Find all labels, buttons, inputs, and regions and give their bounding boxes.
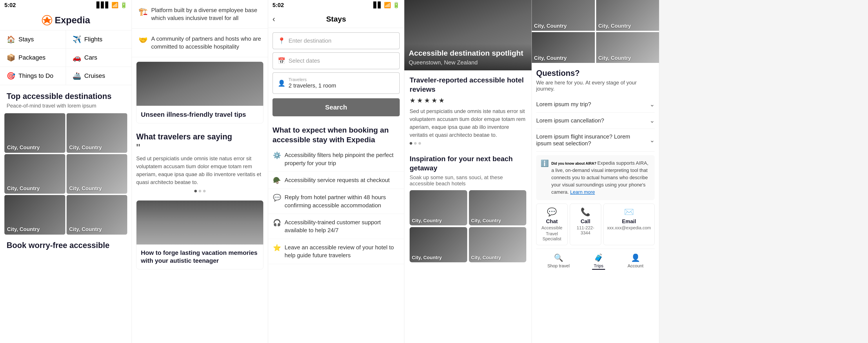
chevron-down-icon-1: ⌄ [650, 101, 655, 108]
info-text-1: Platform built by a diverse employee bas… [151, 6, 261, 22]
expedia-logo-text: Expedia [55, 15, 90, 26]
top-dest-4[interactable]: City, Country [596, 32, 659, 63]
aira-learn-more-link[interactable]: Learn more [570, 189, 595, 195]
beach-card-2[interactable]: City, Country [469, 190, 527, 225]
contact-email[interactable]: ✉️ Email xxx.xxx@expedia.com [603, 204, 655, 245]
dest-card-4[interactable]: City, Country [67, 154, 127, 194]
nav-cruises[interactable]: 🚢 Cruises [66, 67, 132, 85]
aira-banner: ℹ️ Did you know about AIRA? Expedia supp… [536, 155, 655, 200]
questions-subtitle: We are here for you. At every stage of y… [536, 80, 655, 92]
cars-icon: 🚗 [72, 53, 81, 62]
panel-questions: City, Country City, Country City, Countr… [532, 0, 659, 343]
review-dot-2[interactable] [414, 142, 416, 145]
dest-card-3[interactable]: City, Country [4, 154, 65, 194]
nav-cars[interactable]: 🚗 Cars [66, 49, 132, 67]
review-dot-3[interactable] [418, 142, 421, 145]
star-4: ★ [431, 96, 437, 104]
spotlight-hero: Accessible destination spotlight Queenst… [404, 0, 532, 70]
stays-icon: 🏠 [7, 35, 16, 44]
reply-icon: 💬 [273, 194, 281, 201]
nav-things[interactable]: 🎯 Things to Do [0, 67, 66, 85]
faq-item-2[interactable]: Lorem ipsum cancellation? ⌄ [536, 113, 655, 129]
panel-expedia-main: 5:02 ▋▋▋ 📶 🔋 Expedia 🏠 Stays ✈️ Flights … [0, 0, 132, 343]
article-card-2[interactable]: How to forge lasting vacation memories w… [136, 200, 264, 269]
time-display-3: 5:02 [273, 2, 284, 8]
review-text: Sed ut perspiciatis unde omnis iste natu… [410, 107, 526, 139]
article-title-2: How to forge lasting vacation memories w… [136, 245, 263, 269]
destination-field[interactable]: 📍 Enter destination [273, 32, 400, 49]
testimonial-dots [136, 186, 264, 196]
dest-card-5[interactable]: City, Country [4, 195, 65, 235]
dot-3[interactable] [203, 190, 206, 192]
beach-card-1[interactable]: City, Country [410, 190, 467, 225]
dot-2[interactable] [199, 190, 201, 192]
destination-placeholder: Enter destination [288, 37, 331, 44]
cruises-icon: 🚢 [72, 72, 81, 80]
dates-field[interactable]: 📅 Select dates [273, 52, 400, 69]
beach-subtitle: Soak up some sun, sans souci, at these a… [410, 174, 526, 187]
status-icons: ▋▋▋ 📶 🔋 [96, 2, 127, 8]
bottom-nav-trips-label: Trips [594, 263, 603, 268]
stays-header-title: Stays [326, 15, 346, 23]
panel-info: 🏗️ Platform built by a diverse employee … [132, 0, 268, 343]
contact-chat[interactable]: 💬 Chat Accessible Travel Specialist [536, 204, 568, 245]
handshake-icon: 🤝 [138, 36, 148, 45]
beach-card-4[interactable]: City, Country [469, 227, 527, 262]
top-dest-label-2: City, Country [598, 23, 631, 29]
dest-label-6: City, Country [69, 226, 102, 232]
faq-item-1[interactable]: Lorem ipsum my trip? ⌄ [536, 96, 655, 113]
star-1: ★ [410, 96, 415, 104]
back-button[interactable]: ‹ [273, 15, 275, 24]
dot-1[interactable] [194, 190, 197, 192]
chat-label: Chat [540, 218, 564, 225]
dest-card-6[interactable]: City, Country [67, 195, 127, 235]
dest-card-2[interactable]: City, Country [67, 113, 127, 153]
wifi-icon: 📶 [112, 2, 119, 8]
bottom-nav-account[interactable]: 👤 Account [628, 253, 644, 270]
nav-packages[interactable]: 📦 Packages [0, 49, 66, 67]
search-button[interactable]: Search [273, 98, 400, 116]
testimonial-text: Sed ut perspiciatis unde omnis iste natu… [136, 154, 264, 186]
email-address: xxx.xxx@expedia.com [607, 225, 651, 230]
status-icons-3: ▋▋ 📶 🔋 [373, 2, 400, 8]
nav-flights[interactable]: ✈️ Flights [66, 30, 132, 49]
travelers-field[interactable]: 👤 Travelers 2 travelers, 1 room [273, 72, 400, 94]
dest-label-2: City, Country [69, 144, 102, 151]
top-dest-1[interactable]: City, Country [532, 0, 595, 31]
beach-label-3: City, Country [412, 255, 442, 261]
nav-flights-label: Flights [84, 36, 102, 43]
chevron-down-icon-2: ⌄ [650, 117, 655, 124]
dest-card-1[interactable]: City, Country [4, 113, 65, 153]
chat-icon: 💬 [540, 207, 564, 217]
bottom-nav-shop[interactable]: 🔍 Shop travel [548, 253, 569, 270]
info-circle-icon: ℹ️ [540, 160, 549, 167]
beach-label-2: City, Country [471, 218, 501, 224]
nav-cruises-label: Cruises [84, 72, 105, 79]
top-dest-2[interactable]: City, Country [596, 0, 659, 31]
aira-content: Did you know about AIRA? Expedia support… [551, 160, 650, 196]
contact-grid: 💬 Chat Accessible Travel Specialist 📞 Ca… [536, 204, 655, 245]
faq-item-3[interactable]: Lorem ipsum flight insurance? Lorem ipsu… [536, 129, 655, 151]
active-indicator [592, 269, 605, 270]
flights-icon: ✈️ [72, 35, 81, 44]
nav-cars-label: Cars [84, 54, 97, 61]
bottom-nav-trips[interactable]: 🧳 Trips [592, 253, 605, 270]
expedia-logo: Expedia [0, 10, 132, 30]
review-dot-1[interactable] [410, 142, 412, 145]
bottom-navigation: 🔍 Shop travel 🧳 Trips 👤 Account [536, 249, 655, 274]
feature-text-1: Accessibility filters help pinpoint the … [285, 151, 399, 167]
expedia-logo-icon [41, 15, 53, 26]
aira-title: Did you know about AIRA? [551, 162, 596, 165]
feature-item-1: ⚙️ Accessibility filters help pinpoint t… [268, 147, 404, 172]
top-dest-3[interactable]: City, Country [532, 32, 595, 63]
article-card-1[interactable]: Unseen illness-friendly travel tips [136, 62, 264, 123]
feature-item-5: ⭐ Leave an accessible review of your hot… [268, 239, 404, 264]
chevron-down-icon-3: ⌄ [650, 137, 655, 144]
contact-call[interactable]: 📞 Call 111-222-3344 [570, 204, 601, 245]
info-banner-2: 🤝 A community of partners and hosts who … [132, 29, 268, 57]
travelers-label: Travelers [288, 77, 336, 82]
bottom-nav-account-label: Account [628, 263, 644, 268]
nav-stays[interactable]: 🏠 Stays [0, 30, 66, 49]
call-label: Call [574, 218, 597, 225]
beach-card-3[interactable]: City, Country [410, 227, 467, 262]
